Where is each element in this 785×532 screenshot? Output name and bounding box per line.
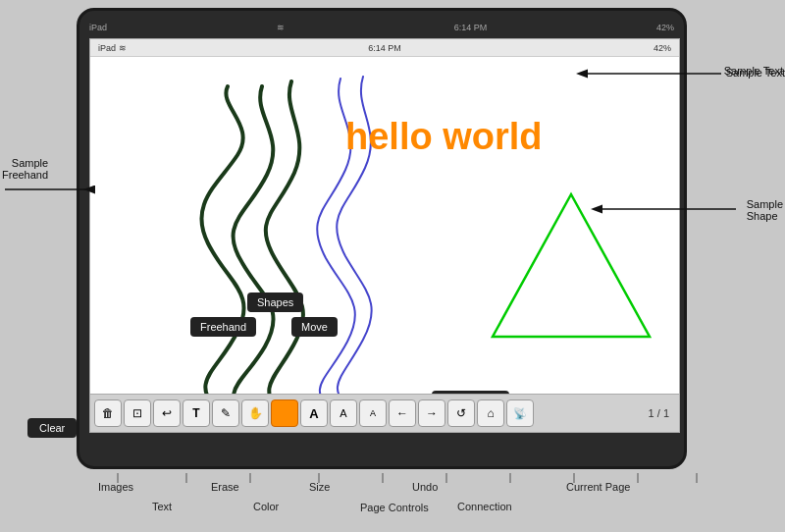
hand-icon: ✋ (248, 406, 263, 420)
color-swatch-btn[interactable] (271, 399, 298, 427)
font-large-btn[interactable]: A (300, 399, 328, 427)
sample-shape-box: Sample Shape (747, 198, 783, 222)
trash-icon: 🗑 (102, 406, 114, 420)
antenna-icon: 📡 (513, 407, 527, 420)
sample-freehand-label-line1: Sample (2, 157, 48, 169)
refresh-icon: ↺ (456, 406, 466, 420)
app-container: iPad ≋ 6:14 PM 42% iPad ≋ 6:14 PM 42% (0, 0, 785, 532)
screen-ipad-label: iPad ≋ (98, 43, 127, 53)
sample-text-label-box: Sample Text (724, 65, 783, 77)
undo-btn[interactable]: ↩ (153, 399, 181, 427)
images-label: Images (98, 481, 133, 493)
page-controls-label: Page Controls (360, 502, 429, 513)
wifi-icon: ≋ (277, 23, 285, 32)
font-medium-icon: A (340, 407, 346, 419)
antenna-btn[interactable]: 📡 (506, 399, 534, 427)
toolbar: 🗑 ⊡ ↩ T ✎ ✋ A (90, 394, 680, 432)
font-medium-btn[interactable]: A (330, 399, 357, 427)
pencil-icon: ✎ (221, 406, 231, 420)
screen-time: 6:14 PM (368, 43, 401, 53)
battery-indicator: 42% (656, 23, 674, 32)
freehand-button[interactable]: Freehand (190, 317, 256, 337)
size-label: Size (309, 481, 330, 493)
screen-battery: 42% (654, 43, 671, 53)
erase-label: Erase (211, 481, 239, 493)
text-icon: T (192, 406, 199, 420)
font-small-btn[interactable]: A (359, 399, 387, 427)
trash-btn[interactable]: 🗑 (94, 399, 122, 427)
arrow-right-icon: → (426, 406, 438, 420)
font-large-icon: A (309, 406, 318, 421)
sample-text-box: Sample Text (724, 61, 783, 79)
move-button[interactable]: Move (291, 317, 338, 337)
sample-shape-label-line1: Sample (747, 198, 783, 210)
text-label: Text (152, 501, 172, 512)
bottom-ticks (78, 469, 706, 479)
ipad-device-label: iPad (89, 23, 107, 32)
home-btn[interactable]: ⌂ (477, 399, 504, 427)
status-time: 6:14 PM (454, 23, 488, 32)
page-indicator: 1 / 1 (641, 407, 677, 419)
text-btn[interactable]: T (183, 399, 210, 427)
sample-freehand-label-line2: Freehand (2, 169, 48, 181)
clear-btn-element[interactable]: Clear (27, 418, 77, 438)
undo-label: Undo (412, 481, 438, 493)
sample-shape-arrow (584, 191, 741, 231)
sample-shape-label-line2: Shape (747, 210, 783, 222)
sample-freehand-box: Sample Freehand (2, 157, 48, 181)
hello-world-text: hello world (345, 116, 543, 158)
home-icon: ⌂ (487, 406, 494, 420)
hand-btn[interactable]: ✋ (241, 399, 269, 427)
shapes-button[interactable]: Shapes (247, 293, 303, 312)
font-small-icon: A (370, 408, 376, 418)
color-label: Color (253, 501, 279, 512)
current-page-label: Current Page (566, 481, 630, 493)
clear-button[interactable]: Clear (27, 418, 77, 438)
sample-text-arrow (569, 54, 726, 103)
camera-btn[interactable]: ⊡ (124, 399, 151, 427)
arrow-right-btn[interactable]: → (418, 399, 445, 427)
refresh-btn[interactable]: ↺ (447, 399, 475, 427)
undo-icon: ↩ (162, 406, 172, 420)
camera-icon: ⊡ (132, 406, 142, 420)
pencil-btn[interactable]: ✎ (212, 399, 239, 427)
arrow-left-btn[interactable]: ← (389, 399, 416, 427)
arrow-left-icon: ← (396, 406, 408, 420)
connection-label: Connection (457, 501, 512, 512)
